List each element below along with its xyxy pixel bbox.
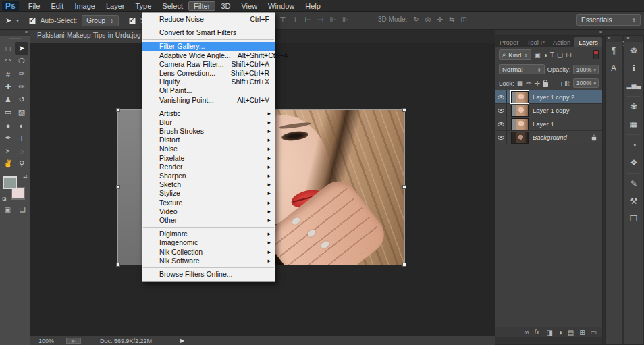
menu-item-nik-software[interactable]: Nik Software bbox=[142, 257, 275, 265]
expand-strip-icon[interactable]: « bbox=[624, 36, 643, 42]
menu-item-browse-filters-online[interactable]: Browse Filters Online... bbox=[142, 270, 275, 279]
menu-item-lens-correction[interactable]: Lens Correction... Shift+Ctrl+R bbox=[142, 69, 275, 78]
expand-strip-icon[interactable]: « bbox=[606, 36, 622, 42]
curves-panel-icon[interactable]: ◔ bbox=[624, 136, 643, 154]
hand-tool[interactable]: ✌ bbox=[1, 157, 15, 170]
zoom-tool[interactable]: ⚲ bbox=[15, 157, 28, 170]
layer-group-icon[interactable]: ▤ bbox=[568, 329, 574, 336]
shape-layer-filter-icon[interactable]: ▢ bbox=[557, 51, 563, 59]
doc-size-indicator[interactable]: Doc: 569.9K/2.22M bbox=[100, 338, 152, 344]
menu-item-vanishing-point[interactable]: Vanishing Point... Alt+Ctrl+V bbox=[142, 96, 275, 105]
menu-item-texture[interactable]: Texture bbox=[142, 198, 275, 207]
menu-item-digimarc[interactable]: Digimarc bbox=[142, 230, 275, 238]
lock-all-icon[interactable] bbox=[543, 82, 548, 87]
menu-item-pixelate[interactable]: Pixelate bbox=[142, 154, 275, 163]
clone-stamp-tool[interactable]: ♟ bbox=[1, 93, 15, 106]
menu-item-video[interactable]: Video bbox=[142, 207, 275, 216]
menu-item-blur[interactable]: Blur bbox=[142, 118, 275, 127]
gradient-tool[interactable]: ▨ bbox=[15, 106, 28, 119]
character-panel-icon[interactable]: A bbox=[606, 59, 622, 77]
new-layer-icon[interactable]: ⊞ bbox=[579, 329, 585, 336]
layer-filter-toggle[interactable] bbox=[593, 50, 599, 59]
default-colors-icon[interactable]: ◪ bbox=[2, 196, 7, 202]
lock-position-icon[interactable]: ✛ bbox=[535, 80, 540, 87]
menu-item-render[interactable]: Render bbox=[142, 163, 275, 171]
adjustment-layer-icon[interactable]: ◑ bbox=[558, 329, 562, 336]
quick-mask-icon[interactable]: ▣ bbox=[4, 206, 10, 213]
tab-actions[interactable]: Action bbox=[549, 37, 574, 47]
tab-tool-presets[interactable]: Tool P bbox=[523, 37, 549, 47]
workspace-switcher[interactable]: Essentials bbox=[576, 14, 641, 26]
move-tool[interactable]: ➤ bbox=[15, 42, 28, 55]
align-left-edges-icon[interactable]: ⊢ bbox=[304, 16, 311, 24]
collapse-tools-icon[interactable]: « bbox=[0, 30, 30, 36]
transform-handle-bottom-left[interactable] bbox=[116, 263, 120, 267]
adjustment-layer-filter-icon[interactable]: ◑ bbox=[543, 51, 547, 59]
ellipse-tool[interactable]: ◌ bbox=[15, 144, 28, 157]
align-top-edges-icon[interactable]: ⊤ bbox=[279, 16, 286, 24]
layer-row-layer-1-copy-2[interactable]: Layer 1 copy 2 bbox=[495, 90, 602, 104]
tab-properties[interactable]: Proper bbox=[495, 37, 523, 47]
layer-row-layer-1[interactable]: Layer 1 bbox=[495, 117, 602, 131]
adjustments-panel-icon[interactable]: ☸ bbox=[624, 42, 643, 59]
tool-presets-panel-icon[interactable]: ⚒ bbox=[624, 192, 643, 210]
align-right-edges-icon[interactable]: ⊣ bbox=[317, 16, 324, 24]
pen-tool[interactable]: ✒ bbox=[1, 132, 15, 144]
layer-name[interactable]: Layer 1 bbox=[533, 120, 554, 128]
layer-row-background[interactable]: Background bbox=[495, 131, 602, 144]
rectangular-marquee-tool[interactable]: □ bbox=[1, 42, 15, 55]
menu-item-liquify[interactable]: Liquify... Shift+Ctrl+X bbox=[142, 78, 275, 86]
panel-grip[interactable] bbox=[9, 38, 21, 39]
lasso-tool[interactable]: ◠ bbox=[1, 55, 15, 68]
collapse-panels-icon[interactable]: » bbox=[599, 30, 602, 34]
menu-edit[interactable]: Edit bbox=[45, 1, 69, 11]
kind-filter-dropdown[interactable]: ⌕ Kind bbox=[499, 49, 531, 60]
distribute-icon[interactable]: ⊪ bbox=[342, 16, 349, 24]
auto-select-checkbox[interactable] bbox=[29, 18, 36, 24]
blur-tool[interactable]: ● bbox=[1, 119, 15, 132]
opacity-field[interactable]: 100% bbox=[573, 65, 599, 74]
menu-item-distort[interactable]: Distort bbox=[142, 136, 275, 144]
menu-item-imagenomic[interactable]: Imagenomic bbox=[142, 238, 275, 247]
show-transform-checkbox[interactable] bbox=[129, 18, 136, 24]
camera-3d-icon[interactable]: ◫ bbox=[460, 16, 466, 23]
swatches-panel-icon[interactable]: ▦ bbox=[624, 115, 643, 133]
tool-preset-dropdown-icon[interactable]: ▾ bbox=[16, 18, 19, 24]
menu-item-convert-smart-filters[interactable]: Convert for Smart Filters bbox=[142, 28, 275, 37]
layer-name[interactable]: Background bbox=[533, 134, 567, 141]
visibility-toggle[interactable] bbox=[495, 104, 507, 117]
menu-file[interactable]: File bbox=[23, 1, 46, 11]
transform-handle-top-right[interactable] bbox=[402, 108, 406, 112]
menu-item-other[interactable]: Other bbox=[142, 216, 275, 225]
align-bottom-edges-icon[interactable]: ⊥ bbox=[292, 16, 299, 24]
layer-thumbnail[interactable] bbox=[511, 118, 529, 130]
layer-mask-icon[interactable]: ◨ bbox=[546, 329, 552, 336]
pixel-layer-filter-icon[interactable]: ▣ bbox=[534, 51, 540, 59]
menu-item-camera-raw-filter[interactable]: Camera Raw Filter... Shift+Ctrl+A bbox=[142, 60, 275, 69]
layer-thumbnail[interactable] bbox=[511, 132, 529, 144]
link-layers-icon[interactable]: ∞ bbox=[525, 329, 529, 336]
menu-item-stylize[interactable]: Stylize bbox=[142, 189, 275, 198]
menu-window[interactable]: Window bbox=[263, 1, 300, 11]
paragraph-panel-icon[interactable]: ¶ bbox=[606, 42, 622, 59]
smart-object-filter-icon[interactable]: ⊡ bbox=[566, 51, 571, 59]
menu-item-brush-strokes[interactable]: Brush Strokes bbox=[142, 127, 275, 136]
blend-mode-dropdown[interactable]: Normal bbox=[499, 64, 545, 74]
brush-panel-icon[interactable]: ✎ bbox=[624, 175, 643, 192]
type-layer-filter-icon[interactable]: T bbox=[550, 51, 554, 59]
transform-handle-mid-left[interactable] bbox=[116, 185, 120, 189]
fill-field[interactable]: 100% bbox=[573, 78, 599, 88]
eyedropper-tool[interactable]: ✑ bbox=[15, 68, 28, 80]
zoom-level-field[interactable]: 100% bbox=[38, 338, 54, 344]
lock-pixels-icon[interactable]: ✏ bbox=[526, 80, 531, 87]
menu-item-noise[interactable]: Noise bbox=[142, 144, 275, 153]
menu-item-oil-paint[interactable]: Oil Paint... bbox=[142, 86, 275, 95]
spot-healing-brush-tool[interactable]: ✚ bbox=[1, 80, 15, 93]
lock-transparent-icon[interactable]: ▦ bbox=[517, 80, 523, 87]
layer-thumbnail[interactable] bbox=[511, 91, 529, 103]
roll-3d-icon[interactable]: ◎ bbox=[425, 16, 431, 23]
styles-panel-icon[interactable]: ❖ bbox=[624, 154, 643, 171]
layer-row-layer-1-copy[interactable]: Layer 1 copy bbox=[495, 104, 602, 117]
visibility-toggle[interactable] bbox=[495, 131, 507, 144]
orbit-3d-icon[interactable]: ↻ bbox=[413, 16, 419, 23]
